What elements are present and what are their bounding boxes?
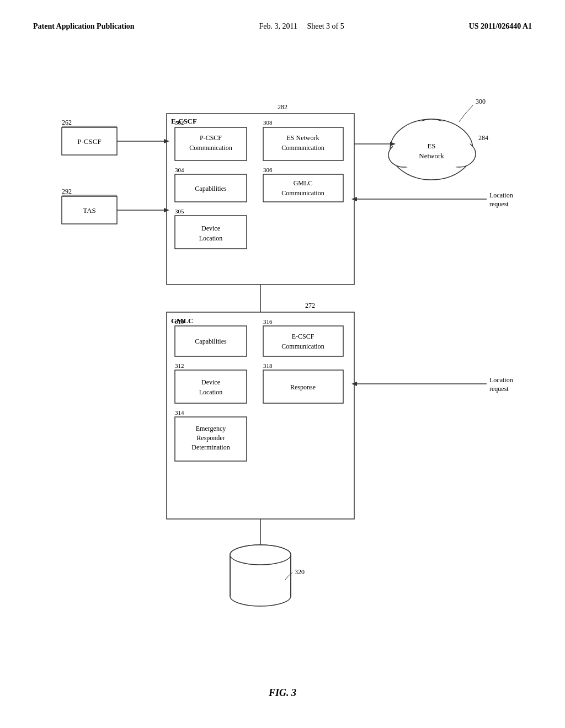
response-num: 318	[263, 362, 273, 369]
emergency-label1: Emergency	[196, 425, 226, 432]
cap-bot-num: 310	[175, 318, 184, 325]
tas-num: 292	[62, 188, 72, 195]
header-date: Feb. 3, 2011	[259, 22, 297, 30]
dev-loc-bot-label2: Location	[199, 388, 223, 396]
header-center: Feb. 3, 2011 Sheet 3 of 5	[259, 22, 344, 31]
pcscf-num: 262	[62, 119, 72, 126]
gmlc-comm-label1: GMLC	[294, 179, 313, 187]
header-sheet: Sheet 3 of 5	[307, 22, 344, 30]
dev-loc-top-label1: Device	[201, 224, 220, 232]
emergency-num: 314	[175, 409, 184, 416]
es-net-comm-label2: Communication	[281, 144, 324, 152]
page-header: Patent Application Publication Feb. 3, 2…	[33, 22, 532, 31]
ecscf-num: 282	[278, 103, 287, 111]
page: Patent Application Publication Feb. 3, 2…	[0, 0, 565, 728]
es-net-num-284: 284	[478, 134, 488, 142]
ecscf-comm-num: 316	[263, 318, 273, 325]
num-300-line	[459, 105, 473, 122]
diagram-svg: P-CSCF 262 TAS 292 E-CSCF 282 P-CSCF Com…	[34, 42, 531, 676]
pcscf-label: P-CSCF	[77, 137, 101, 146]
ecscf-comm-label1: E-CSCF	[292, 333, 315, 340]
es-net-num-300: 300	[476, 98, 486, 105]
header-left: Patent Application Publication	[33, 22, 135, 31]
db-num-label: 320	[295, 568, 305, 576]
dev-loc-bot-num: 312	[175, 362, 184, 369]
es-net-label1: ES	[427, 142, 435, 150]
cap-top-num: 304	[175, 167, 184, 173]
gmlc-comm-label2: Communication	[281, 189, 324, 197]
dev-loc-top-box	[175, 216, 247, 249]
dev-loc-top-num: 305	[175, 208, 184, 215]
loc-req-bot-label2: request	[489, 385, 509, 393]
gmlc-comm-num: 306	[263, 167, 273, 173]
cap-bot-label: Capabilities	[195, 338, 227, 345]
tas-label: TAS	[83, 206, 96, 215]
es-net-comm-num: 308	[263, 119, 273, 126]
gmlc-comm-box	[263, 174, 343, 202]
ecscf-comm-box	[263, 326, 343, 356]
gmlc-num: 272	[305, 302, 315, 309]
pcscf-comm-label1: P-CSCF	[200, 134, 222, 142]
loc-req-bot-label1: Location	[489, 376, 513, 384]
loc-req-top-label1: Location	[489, 191, 513, 199]
es-net-comm-label1: ES Network	[287, 134, 319, 142]
emergency-label2: Responder	[196, 434, 225, 442]
es-net-label2: Network	[419, 152, 444, 160]
loc-req-top-label2: request	[489, 200, 509, 208]
pcscf-comm-label2: Communication	[189, 144, 232, 152]
header-right: US 2011/026440 A1	[469, 22, 532, 31]
dev-loc-bot-box	[175, 370, 247, 403]
ecscf-comm-label2: Communication	[281, 342, 324, 350]
dev-loc-bot-label1: Device	[201, 378, 220, 386]
response-label: Response	[290, 383, 316, 391]
emergency-label3: Determination	[191, 443, 230, 451]
db-top-ellipse2	[230, 545, 291, 565]
cloud-group: ES Network	[388, 119, 476, 180]
dev-loc-top-label2: Location	[199, 234, 223, 242]
pcscf-comm-num: 302	[175, 119, 184, 126]
fig-caption: FIG. 3	[33, 687, 532, 699]
cap-top-label: Capabilities	[195, 185, 227, 192]
